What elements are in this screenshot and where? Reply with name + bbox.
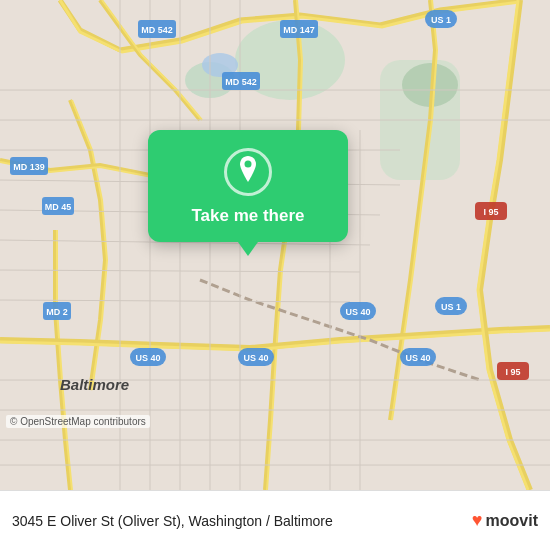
- svg-text:US 40: US 40: [135, 353, 160, 363]
- svg-text:MD 147: MD 147: [283, 25, 315, 35]
- svg-text:Baltimore: Baltimore: [60, 376, 129, 393]
- svg-text:MD 2: MD 2: [46, 307, 68, 317]
- take-me-there-label: Take me there: [191, 206, 304, 226]
- svg-text:US 1: US 1: [441, 302, 461, 312]
- svg-point-56: [245, 161, 252, 168]
- location-pin-icon: [236, 156, 260, 188]
- svg-text:US 40: US 40: [405, 353, 430, 363]
- svg-text:I 95: I 95: [483, 207, 498, 217]
- svg-text:MD 542: MD 542: [141, 25, 173, 35]
- moovit-name: moovit: [486, 512, 538, 530]
- svg-text:US 40: US 40: [243, 353, 268, 363]
- map-attribution: © OpenStreetMap contributors: [6, 415, 150, 428]
- svg-text:MD 542: MD 542: [225, 77, 257, 87]
- svg-text:US 1: US 1: [431, 15, 451, 25]
- moovit-logo: ♥ moovit: [472, 510, 538, 531]
- take-me-there-popup[interactable]: Take me there: [148, 130, 348, 242]
- location-icon-wrapper: [224, 148, 272, 196]
- moovit-heart-icon: ♥: [472, 510, 483, 531]
- svg-text:US 40: US 40: [345, 307, 370, 317]
- svg-text:MD 139: MD 139: [13, 162, 45, 172]
- svg-text:MD 45: MD 45: [45, 202, 72, 212]
- map-container: MD 542 MD 542 MD 147 US 1 MD 139 MD 147 …: [0, 0, 550, 490]
- bottom-bar: 3045 E Oliver St (Oliver St), Washington…: [0, 490, 550, 550]
- svg-text:I 95: I 95: [505, 367, 520, 377]
- address-text: 3045 E Oliver St (Oliver St), Washington…: [12, 513, 462, 529]
